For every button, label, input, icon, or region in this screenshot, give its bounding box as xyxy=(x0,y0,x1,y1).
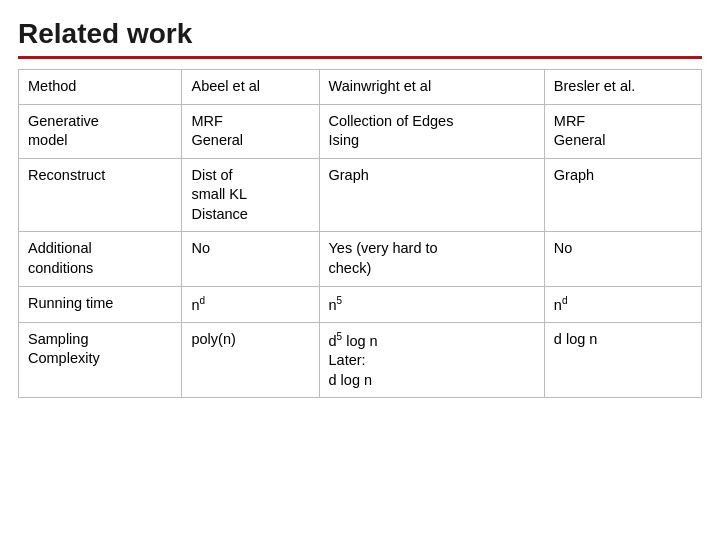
cell-0-4: Bresler et al. xyxy=(544,70,701,105)
cell-3-2: No xyxy=(182,232,319,286)
cell-5-2: poly(n) xyxy=(182,322,319,398)
page-title: Related work xyxy=(18,18,702,50)
cell-3-4: No xyxy=(544,232,701,286)
table-row: SamplingComplexity poly(n) d5 log nLater… xyxy=(19,322,702,398)
cell-3-1: Additionalconditions xyxy=(19,232,182,286)
cell-0-1: Method xyxy=(19,70,182,105)
cell-0-2: Abeel et al xyxy=(182,70,319,105)
cell-2-2: Dist ofsmall KLDistance xyxy=(182,158,319,232)
cell-4-3: n5 xyxy=(319,286,544,322)
cell-1-4: MRFGeneral xyxy=(544,104,701,158)
cell-3-3: Yes (very hard tocheck) xyxy=(319,232,544,286)
table-row: Reconstruct Dist ofsmall KLDistance Grap… xyxy=(19,158,702,232)
comparison-table: Method Abeel et al Wainwright et al Bres… xyxy=(18,69,702,398)
cell-5-3: d5 log nLater:d log n xyxy=(319,322,544,398)
cell-1-3: Collection of EdgesIsing xyxy=(319,104,544,158)
cell-4-4: nd xyxy=(544,286,701,322)
page: Related work Method Abeel et al Wainwrig… xyxy=(0,0,720,410)
table-row: Generativemodel MRFGeneral Collection of… xyxy=(19,104,702,158)
cell-2-1: Reconstruct xyxy=(19,158,182,232)
cell-2-4: Graph xyxy=(544,158,701,232)
cell-1-2: MRFGeneral xyxy=(182,104,319,158)
cell-4-1: Running time xyxy=(19,286,182,322)
cell-5-4: d log n xyxy=(544,322,701,398)
table-row: Additionalconditions No Yes (very hard t… xyxy=(19,232,702,286)
cell-5-1: SamplingComplexity xyxy=(19,322,182,398)
table-row: Method Abeel et al Wainwright et al Bres… xyxy=(19,70,702,105)
cell-0-3: Wainwright et al xyxy=(319,70,544,105)
cell-2-3: Graph xyxy=(319,158,544,232)
cell-1-1: Generativemodel xyxy=(19,104,182,158)
table-row: Running time nd n5 nd xyxy=(19,286,702,322)
title-divider xyxy=(18,56,702,59)
cell-4-2: nd xyxy=(182,286,319,322)
